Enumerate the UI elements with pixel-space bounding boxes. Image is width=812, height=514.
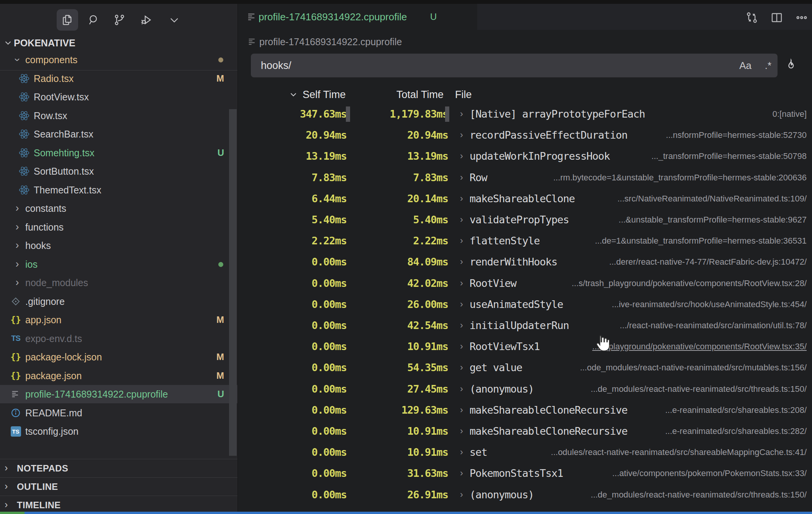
profile-row[interactable]: 0.00ms26.91ms›executeOnUIRuntimeSync...a… <box>238 505 812 512</box>
tree-item-row-tsx[interactable]: Row.tsx <box>0 106 238 125</box>
file-location-link[interactable]: .../react-native-reanimated/src/animatio… <box>620 315 807 336</box>
row-expand-chevron-icon[interactable]: › <box>460 315 463 335</box>
tree-item-sortbutton-tsx[interactable]: SortButton.tsx <box>0 162 238 180</box>
chevron-expanded-icon[interactable]: › <box>8 55 26 65</box>
profile-row[interactable]: 0.00ms27.45ms›(anonymous)...de_modules/r… <box>238 378 812 399</box>
column-self-time[interactable]: Self Time <box>303 85 346 104</box>
file-location-link[interactable]: ...h_playground/pokenative/components/Ro… <box>592 336 807 357</box>
profile-row[interactable]: 6.44ms20.14ms›makeShareableClone...src/N… <box>238 188 812 209</box>
file-location-link[interactable]: ...src/NativeReanimated/NativeReanimated… <box>617 188 807 209</box>
breadcrumb[interactable]: profile-1741689314922.cpuprofile <box>238 30 812 54</box>
flame-chart-icon[interactable] <box>781 55 801 75</box>
tree-item-hooks[interactable]: ›hooks <box>0 236 238 255</box>
file-location-link[interactable]: ...&unstable_transformProfile=hermes-sta… <box>619 209 807 230</box>
profile-row[interactable]: 0.00ms26.00ms›useAnimatedStyle...ive-rea… <box>238 294 812 315</box>
profile-row[interactable]: 0.00ms10.91ms›set...odules/react-native-… <box>238 442 812 463</box>
profile-row[interactable]: 347.63ms1,179.83ms›[Native] arrayPrototy… <box>238 103 812 124</box>
tree-item-constants[interactable]: ›constants <box>0 199 238 218</box>
filter-input[interactable]: hooks/ Aa .* <box>251 54 778 77</box>
profile-row[interactable]: 5.40ms5.40ms›validatePropTypes...&unstab… <box>238 209 812 230</box>
file-location-link[interactable]: ...de_modules/react-native-reanimated/sr… <box>591 378 807 399</box>
column-total-time[interactable]: Total Time <box>396 85 444 104</box>
tree-item-app-json[interactable]: {}app.jsonM <box>0 311 238 329</box>
row-expand-chevron-icon[interactable]: › <box>460 294 463 314</box>
tree-item-searchbar-tsx[interactable]: SearchBar.tsx <box>0 125 238 143</box>
row-expand-chevron-icon[interactable]: › <box>460 273 463 293</box>
source-control-icon[interactable] <box>109 9 130 31</box>
regex-icon[interactable]: .* <box>765 54 771 77</box>
profile-row[interactable]: 0.00ms42.54ms›initialUpdaterRun.../react… <box>238 315 812 336</box>
row-expand-chevron-icon[interactable]: › <box>460 484 463 504</box>
chevron-collapsed-icon[interactable]: › <box>12 218 22 236</box>
row-expand-chevron-icon[interactable]: › <box>460 188 463 208</box>
profile-row[interactable]: 13.19ms13.19ms›updateWorkInProgressHook.… <box>238 146 812 167</box>
file-location-link[interactable]: ...odules/react-native-reanimated/src/sh… <box>551 442 807 463</box>
tree-item-tsconfig-json[interactable]: TStsconfig.json <box>0 422 238 440</box>
profile-row[interactable]: 0.00ms26.91ms›(anonymous)...de_modules/r… <box>238 484 812 505</box>
profile-row[interactable]: 0.00ms10.91ms›makeShareableCloneRecursiv… <box>238 421 812 442</box>
tree-item-radio-tsx[interactable]: Radio.tsxM <box>0 69 238 88</box>
tree-item-node-modules[interactable]: ›node_modules <box>0 273 238 292</box>
files-icon[interactable] <box>57 9 78 31</box>
tree-item-ios[interactable]: ›ios <box>0 255 238 273</box>
profile-row[interactable]: 20.94ms20.94ms›recordPassiveEffectDurati… <box>238 124 812 146</box>
profile-row[interactable]: 7.83ms7.83ms›Row...rm.bytecode=1&unstabl… <box>238 167 812 188</box>
profile-row[interactable]: 0.00ms42.02ms›RootView...s/trash_playgro… <box>238 273 812 294</box>
tree-item-somehting-tsx[interactable]: Somehting.tsxU <box>0 144 238 162</box>
file-location-link[interactable]: ...rm.bytecode=1&unstable_transformProfi… <box>553 167 807 188</box>
column-file[interactable]: File <box>455 85 472 104</box>
row-expand-chevron-icon[interactable]: › <box>460 336 463 356</box>
sidebar-scrollbar[interactable] <box>229 109 237 456</box>
file-location-link[interactable]: ...nsformProfile=hermes-stable:52730 <box>666 124 807 146</box>
row-expand-chevron-icon[interactable]: › <box>460 421 463 441</box>
row-expand-chevron-icon[interactable]: › <box>460 146 463 166</box>
row-expand-chevron-icon[interactable]: › <box>460 251 463 272</box>
search-icon[interactable] <box>83 9 105 31</box>
file-location-link[interactable]: ...ode_modules/react-native-reanimated/s… <box>580 357 807 378</box>
file-location-link[interactable]: ...e-reanimated/src/shareables.ts:282/ <box>665 421 807 442</box>
file-location-link[interactable]: ...ive-reanimated/src/hook/useAnimatedSt… <box>612 294 807 315</box>
row-expand-chevron-icon[interactable]: › <box>460 124 463 145</box>
tree-item-package-lock-json[interactable]: {}package-lock.jsonM <box>0 348 238 366</box>
section-notepads[interactable]: ›NOTEPADS <box>0 459 238 477</box>
profile-row[interactable]: 2.22ms2.22ms›flattenStyle...de=1&unstabl… <box>238 230 812 251</box>
row-expand-chevron-icon[interactable]: › <box>460 103 463 124</box>
row-expand-chevron-icon[interactable]: › <box>460 230 463 250</box>
file-location-link[interactable]: ...e-reanimated/src/shareables.ts:208/ <box>665 399 807 421</box>
row-expand-chevron-icon[interactable]: › <box>460 357 463 377</box>
tree-item-expo-env-d-ts[interactable]: TSexpo-env.d.ts <box>0 329 238 348</box>
file-location-link[interactable]: ...de=1&unstable_transformProfile=hermes… <box>595 230 807 251</box>
tree-item-rootview-tsx[interactable]: RootView.tsx <box>0 88 238 106</box>
tab-cpuprofile[interactable]: profile-1741689314922.cpuprofile U <box>238 4 477 30</box>
section-outline[interactable]: ›OUTLINE <box>0 477 238 496</box>
profile-row[interactable]: 0.00ms31.63ms›PokemonStatsTsx1...ative/c… <box>238 463 812 484</box>
row-expand-chevron-icon[interactable]: › <box>460 209 463 229</box>
row-expand-chevron-icon[interactable]: › <box>460 442 463 462</box>
row-expand-chevron-icon[interactable]: › <box>460 378 463 399</box>
split-editor-icon[interactable] <box>768 10 785 25</box>
compare-changes-icon[interactable] <box>743 10 760 25</box>
row-expand-chevron-icon[interactable]: › <box>460 463 463 483</box>
file-location-link[interactable]: 0:[native] <box>773 103 807 124</box>
match-case-icon[interactable]: Aa <box>739 54 751 77</box>
tree-item-themedtext-tsx[interactable]: ThemedText.tsx <box>0 181 238 199</box>
section-timeline[interactable]: ›TIMELINE <box>0 496 238 512</box>
chevron-down-icon[interactable] <box>164 9 185 31</box>
profile-row[interactable]: 0.00ms84.09ms›renderWithHooks...derer/re… <box>238 251 812 272</box>
chevron-collapsed-icon[interactable]: › <box>12 236 22 255</box>
tree-item-profile-1741689314922-cpuprofile[interactable]: profile-1741689314922.cpuprofileU <box>0 385 238 403</box>
more-actions-icon[interactable] <box>793 10 810 25</box>
tree-item--gitignore[interactable]: .gitignore <box>0 292 238 311</box>
profile-row[interactable]: 0.00ms129.63ms›makeShareableCloneRecursi… <box>238 399 812 421</box>
file-location-link[interactable]: ...ativeReanimated/NativeReanimated.ts:1… <box>637 505 807 512</box>
profile-row[interactable]: 0.00ms54.35ms›get value...ode_modules/re… <box>238 357 812 378</box>
row-expand-chevron-icon[interactable]: › <box>460 505 463 512</box>
explorer-root-folder[interactable]: POKENATIVE <box>0 35 238 51</box>
chevron-collapsed-icon[interactable]: › <box>12 273 22 292</box>
profile-row[interactable]: 0.00ms10.91ms›RootViewTsx1...h_playgroun… <box>238 336 812 357</box>
run-debug-icon[interactable] <box>136 9 157 31</box>
chevron-collapsed-icon[interactable]: › <box>12 255 22 273</box>
file-location-link[interactable]: ...derer/react-native-74-77/ReactFabric-… <box>609 251 807 272</box>
chevron-collapsed-icon[interactable]: › <box>12 199 22 218</box>
tree-item-functions[interactable]: ›functions <box>0 218 238 236</box>
